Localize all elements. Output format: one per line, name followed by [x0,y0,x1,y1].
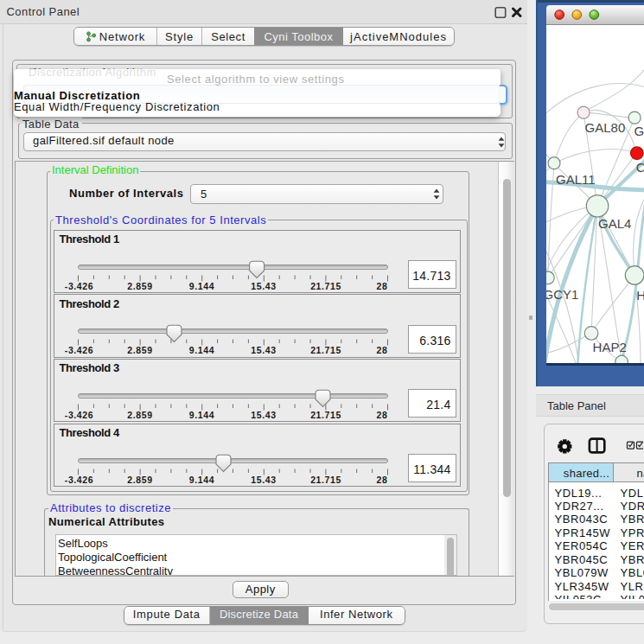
svg-text:2.859: 2.859 [127,281,152,291]
svg-text:-3.426: -3.426 [64,345,92,355]
svg-text:9.144: 9.144 [188,345,214,355]
svg-text:15.43: 15.43 [251,475,276,485]
svg-text:HAP2: HAP2 [593,339,627,354]
svg-text:21.715: 21.715 [310,475,341,485]
svg-text:GAL80: GAL80 [585,119,626,134]
svg-text:2.859: 2.859 [127,410,152,420]
svg-text:28: 28 [376,281,387,291]
svg-text:2.859: 2.859 [127,475,152,485]
svg-text:-3.426: -3.426 [64,410,92,420]
svg-text:CC: CC [636,159,644,174]
svg-text:GA: GA [634,123,644,137]
svg-text:28: 28 [376,345,387,355]
svg-text:9.144: 9.144 [188,475,214,485]
svg-text:28: 28 [376,410,387,420]
svg-text:GAL11: GAL11 [556,172,596,187]
svg-text:-3.426: -3.426 [64,475,92,485]
svg-text:HI: HI [636,287,644,302]
svg-text:21.715: 21.715 [310,410,341,420]
svg-text:28: 28 [376,475,387,485]
svg-text:21.715: 21.715 [310,281,341,291]
svg-text:9.144: 9.144 [188,410,214,420]
svg-text:2.859: 2.859 [127,345,152,355]
svg-text:GCY1: GCY1 [546,287,578,302]
svg-text:15.43: 15.43 [251,410,276,420]
svg-text:15.43: 15.43 [251,345,276,355]
svg-text:9.144: 9.144 [188,281,214,291]
svg-text:15.43: 15.43 [251,281,276,291]
svg-text:-3.426: -3.426 [64,281,92,291]
svg-text:GAL4: GAL4 [598,215,631,230]
svg-text:21.715: 21.715 [310,345,341,355]
